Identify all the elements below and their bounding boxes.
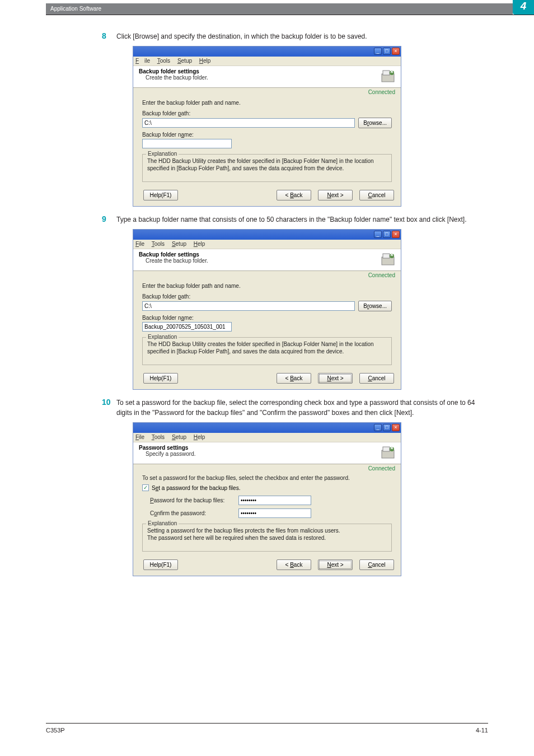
status-connected: Connected [368,89,395,95]
name-input[interactable] [142,322,232,332]
menu-help[interactable]: Help [194,241,205,247]
device-icon [380,251,396,268]
banner-subtitle: Specify a password. [146,451,395,457]
cancel-button[interactable]: Cancel [359,373,394,384]
explanation-group: Explanation The HDD Backup Utility creat… [142,337,392,365]
menubar[interactable]: File Tools Setup Help [133,240,401,249]
browse-button[interactable]: Browse... [358,301,392,311]
titlebar: _ □ × [133,230,401,240]
menu-tools[interactable]: Tools [152,241,165,247]
menu-setup[interactable]: Setup [177,58,192,64]
close-icon[interactable]: × [392,231,400,238]
help-button[interactable]: Help(F1) [143,190,178,200]
path-input[interactable] [142,118,355,128]
menu-tools[interactable]: Tools [152,434,165,440]
dialog-backup-folder-1: _ □ × File Tools Setup Help Backup folde… [133,46,401,207]
next-button[interactable]: Next > [318,373,353,384]
page-header: Application Software 4 [0,0,534,20]
status-connected: Connected [368,465,395,472]
header-strip: Application Software [46,3,513,15]
step-10-number: 10 [102,398,116,407]
banner-title: Backup folder settings [139,68,395,74]
path-label: Backup folder path: [142,293,392,300]
browse-button[interactable]: Browse... [358,118,392,128]
cancel-button[interactable]: Cancel [359,559,394,570]
maximize-icon[interactable]: □ [383,48,391,55]
close-icon[interactable]: × [392,424,400,431]
confirm-label: Confirm the password: [150,510,234,516]
confirm-password-input[interactable] [238,508,311,518]
device-icon [380,445,396,461]
set-password-checkbox[interactable]: ✓ [142,484,149,491]
chapter-badge: 4 [513,0,534,15]
menu-file[interactable]: File [135,434,144,440]
maximize-icon[interactable]: □ [383,231,391,238]
status-connected: Connected [368,272,395,278]
banner-subtitle: Create the backup folder. [146,258,395,264]
close-icon[interactable]: × [392,48,400,55]
dialog-backup-folder-2: _ □ × File Tools Setup Help Backup folde… [133,229,401,390]
step-8-text: Click [Browse] and specify the destinati… [116,31,488,41]
explanation-group: Explanation Setting a password for the b… [142,524,392,552]
explanation-text: Setting a password for the backup files … [147,528,387,542]
svg-rect-1 [383,71,390,75]
page-footer: C353P 4-11 [46,723,488,734]
password-input[interactable] [238,496,311,505]
name-label: Backup folder name: [142,132,392,138]
step-8-number: 8 [102,31,116,40]
wizard-banner: Backup folder settings Create the backup… [133,249,401,271]
wizard-banner: Backup folder settings Create the backup… [133,66,401,88]
footer-model: C353P [46,727,65,734]
device-icon [380,68,396,85]
menu-help[interactable]: Help [199,58,211,64]
next-button[interactable]: Next > [318,559,353,570]
svg-rect-4 [383,254,390,258]
menu-tools[interactable]: Tools [157,58,170,64]
step-10-text: To set a password for the backup file, s… [116,398,488,418]
back-button[interactable]: < Back [277,373,311,384]
maximize-icon[interactable]: □ [383,424,391,431]
wizard-banner: Password settings Specify a password. [133,442,401,464]
minimize-icon[interactable]: _ [374,424,382,431]
menubar[interactable]: File Tools Setup Help [133,57,401,66]
help-button[interactable]: Help(F1) [143,373,178,384]
banner-subtitle: Create the backup folder. [146,74,395,81]
step-9-number: 9 [102,214,116,223]
check-icon: ✓ [143,485,148,491]
explanation-legend: Explanation [146,334,179,340]
name-input[interactable] [142,139,232,148]
menu-file[interactable]: File [135,241,144,247]
minimize-icon[interactable]: _ [374,48,382,55]
menubar[interactable]: File Tools Setup Help [133,433,401,442]
cancel-button[interactable]: Cancel [359,190,394,200]
banner-title: Backup folder settings [139,251,395,258]
chapter-number: 4 [521,0,527,12]
menu-setup[interactable]: Setup [172,434,186,440]
prompt-text: Enter the backup folder path and name. [142,100,392,106]
banner-title: Password settings [139,445,395,451]
explanation-text: The HDD Backup Utility creates the folde… [147,158,387,172]
step-9-text: Type a backup folder name that consists … [116,214,488,225]
step-8: 8 Click [Browse] and specify the destina… [102,31,488,41]
explanation-legend: Explanation [146,151,179,157]
svg-rect-7 [383,447,390,451]
name-label: Backup folder name: [142,315,392,321]
menu-setup[interactable]: Setup [172,241,186,247]
titlebar: _ □ × [133,46,401,57]
back-button[interactable]: < Back [277,559,311,570]
explanation-legend: Explanation [146,520,179,526]
prompt-text: To set a password for the backup files, … [142,475,392,481]
step-9: 9 Type a backup folder name that consist… [102,214,488,225]
minimize-icon[interactable]: _ [374,231,382,238]
explanation-group: Explanation The HDD Backup Utility creat… [142,154,392,182]
footer-page: 4-11 [476,727,488,734]
menu-file[interactable]: File [135,58,150,64]
prompt-text: Enter the backup folder path and name. [142,283,392,289]
header-rule [46,15,534,15]
step-10: 10 To set a password for the backup file… [102,398,488,418]
help-button[interactable]: Help(F1) [143,559,178,570]
back-button[interactable]: < Back [277,190,311,200]
next-button[interactable]: Next > [318,190,353,200]
path-input[interactable] [142,301,355,311]
menu-help[interactable]: Help [194,434,205,440]
